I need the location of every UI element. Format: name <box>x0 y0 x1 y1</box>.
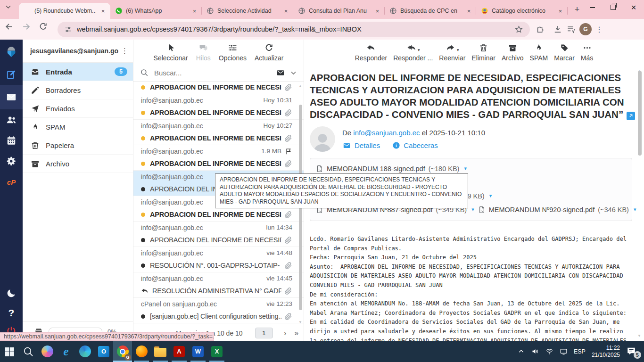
bookmark-star-icon[interactable] <box>514 25 523 34</box>
display-cast-icon[interactable] <box>560 347 568 355</box>
browser-tab[interactable]: Seleccione Actividad× <box>202 3 293 19</box>
browser-tab[interactable]: (5) Roundcube Webm...× <box>19 3 110 19</box>
next-page-button[interactable]: › <box>280 329 291 337</box>
help-button[interactable]: ? <box>8 307 15 319</box>
toolbar-button-opciones[interactable]: Opciones <box>219 43 247 64</box>
toolbar-button-responder[interactable]: Responder <box>355 43 388 64</box>
profile-avatar[interactable]: G <box>579 23 592 35</box>
taskbar-copilot-button[interactable] <box>38 341 57 362</box>
attachment-menu-caret-icon[interactable]: ▾ <box>634 206 636 213</box>
forward-button[interactable] <box>22 22 36 36</box>
details-link[interactable]: Detalles <box>342 141 380 149</box>
browser-tab[interactable]: Búsqueda de CPC en× <box>385 3 476 19</box>
back-button[interactable] <box>5 22 19 36</box>
compose-button[interactable] <box>0 64 23 85</box>
volume-icon[interactable] <box>531 347 539 355</box>
toolbar-button-eliminar[interactable]: Eliminar <box>471 43 495 64</box>
clock[interactable]: 11:22 21/10/2025 <box>592 345 620 359</box>
contacts-nav-button[interactable] <box>0 109 23 130</box>
tab-close-button[interactable]: × <box>99 7 107 15</box>
language-indicator[interactable]: ESP <box>574 348 586 355</box>
site-info-icon[interactable] <box>64 25 72 33</box>
reading-list-icon[interactable] <box>566 25 576 34</box>
notifications-button[interactable]: 5 <box>626 346 638 357</box>
sidebar-folder-spam[interactable]: SPAM <box>23 118 133 136</box>
page-number-box[interactable]: 1 <box>255 328 273 338</box>
reload-button[interactable] <box>39 22 53 36</box>
message-list-item[interactable]: info@sanjuan.gob.ec1.9 MBAPROBACION DEL … <box>133 145 304 171</box>
caret-down-icon[interactable]: ▾ <box>418 48 420 52</box>
message-list-item[interactable]: info@sanjuan.gob.eclun 14:34APROBACION D… <box>133 222 304 247</box>
toolbar-button-spam[interactable]: SPAM <box>530 43 548 64</box>
settings-nav-button[interactable] <box>0 151 23 172</box>
taskbar-outlook-button[interactable]: O <box>94 341 113 362</box>
wifi-icon[interactable] <box>545 347 553 355</box>
tray-expand-icon[interactable] <box>517 347 525 355</box>
extensions-icon[interactable] <box>536 25 545 34</box>
headers-link[interactable]: Cabeceras <box>392 141 438 149</box>
sender-email-link[interactable]: info@sanjuan.gob.ec <box>353 129 420 137</box>
cpanel-button[interactable]: cP <box>0 172 23 192</box>
caret-down-icon[interactable]: ▾ <box>457 48 459 52</box>
reader-scroll-down-arrow[interactable]: ▼ <box>637 334 641 338</box>
open-in-new-window-icon[interactable] <box>627 112 635 120</box>
tab-close-button[interactable]: × <box>282 7 290 15</box>
mail-nav-button[interactable] <box>0 85 23 109</box>
attachment-menu-caret-icon[interactable]: ▾ <box>471 206 474 213</box>
browser-tab[interactable]: (6) WhatsApp× <box>110 3 202 19</box>
search-scope-mail-icon[interactable] <box>276 69 285 77</box>
account-menu-icon[interactable]: ⋮ <box>121 47 128 55</box>
tab-close-button[interactable]: × <box>556 7 564 15</box>
taskbar-explorer-button[interactable] <box>151 341 170 362</box>
taskbar-firefox-button[interactable] <box>132 341 151 362</box>
toolbar-button-seleccionar[interactable]: Seleccionar <box>154 43 188 64</box>
toolbar-button-ms[interactable]: Más <box>581 43 593 64</box>
message-list-item[interactable]: cPanel on sanjuan.gob.ecvie 12:23[sanjua… <box>133 298 304 323</box>
toolbar-button-reenviar[interactable]: ▾Reenviar <box>439 43 465 64</box>
tab-close-button[interactable]: × <box>190 7 198 15</box>
tab-close-button[interactable]: × <box>465 7 473 15</box>
list-scroll-up-arrow[interactable]: ▲ <box>298 84 302 88</box>
taskbar-ie-button[interactable]: e <box>57 341 75 362</box>
reader-scrollbar-thumb[interactable] <box>638 71 642 156</box>
sidebar-folder-enviados[interactable]: Enviados <box>23 99 133 118</box>
sidebar-folder-entrada[interactable]: Entrada5 <box>23 63 133 81</box>
taskbar-word-button[interactable]: W <box>189 341 207 362</box>
taskbar-acrobat-button[interactable]: A <box>170 341 189 362</box>
browser-tab[interactable]: Catálogo electrónico× <box>476 3 568 19</box>
tab-search-chevron-button[interactable] <box>5 3 17 16</box>
last-page-button[interactable]: » <box>291 329 302 337</box>
sidebar-folder-archivo[interactable]: Archivo <box>23 155 133 173</box>
tab-close-button[interactable]: × <box>373 7 381 15</box>
message-list-item[interactable]: APROBACION DEL INFORME DE NECESIDA... <box>133 81 304 94</box>
attachment-item[interactable]: MEMORANDUM 188-signed.pdf(~180 KB)▾ <box>316 164 467 173</box>
sidebar-folder-borradores[interactable]: Borradores <box>23 81 133 99</box>
restore-button[interactable] <box>603 0 623 15</box>
url-text[interactable]: webmail.sanjuan.gob.ec/cpsess9740179367/… <box>77 25 510 33</box>
sidebar-folder-papelera[interactable]: Papelera <box>23 136 133 155</box>
list-scroll-down-arrow[interactable]: ▼ <box>298 320 302 324</box>
close-window-button[interactable]: × <box>623 0 644 15</box>
taskbar-start-button[interactable] <box>0 341 19 362</box>
search-input[interactable] <box>153 68 271 77</box>
taskbar-edge-button[interactable] <box>75 341 94 362</box>
taskbar-chrome-button[interactable]: G <box>113 341 132 362</box>
taskbar-search-button[interactable] <box>19 341 38 362</box>
attachment-menu-caret-icon[interactable]: ▾ <box>489 193 492 199</box>
downloads-icon[interactable] <box>553 25 562 34</box>
dark-mode-button[interactable] <box>6 288 17 300</box>
calendar-nav-button[interactable] <box>0 130 23 151</box>
url-bar[interactable]: webmail.sanjuan.gob.ec/cpsess9740179367/… <box>58 22 530 37</box>
toolbar-button-archivo[interactable]: Archivo <box>502 43 524 64</box>
message-list-item[interactable]: info@sanjuan.gob.ecHoy 10:31APROBACION D… <box>133 94 304 120</box>
toolbar-button-responder[interactable]: ▾Responder ... <box>393 43 433 64</box>
attachment-menu-caret-icon[interactable]: ▾ <box>464 165 467 172</box>
message-list-item[interactable]: info@sanjuan.gob.ecvie 14:45RESOLUCIÓN A… <box>133 272 304 298</box>
message-list-item[interactable]: info@sanjuan.gob.ecvie 14:48RESOLUCIÓN N… <box>133 247 304 272</box>
toolbar-button-actualizar[interactable]: Actualizar <box>255 43 283 64</box>
minimize-button[interactable] <box>582 0 603 15</box>
taskbar-excel-button[interactable]: X <box>207 341 226 362</box>
message-list-item[interactable]: info@sanjuan.gob.ecHoy 10:27APROBACION D… <box>133 120 304 145</box>
browser-tab[interactable]: Consulta del Plan Anu× <box>293 3 385 19</box>
attachment-item[interactable]: MEMORANDUM Nº920-signed.pdf(~346 KB)▾ <box>478 205 636 214</box>
